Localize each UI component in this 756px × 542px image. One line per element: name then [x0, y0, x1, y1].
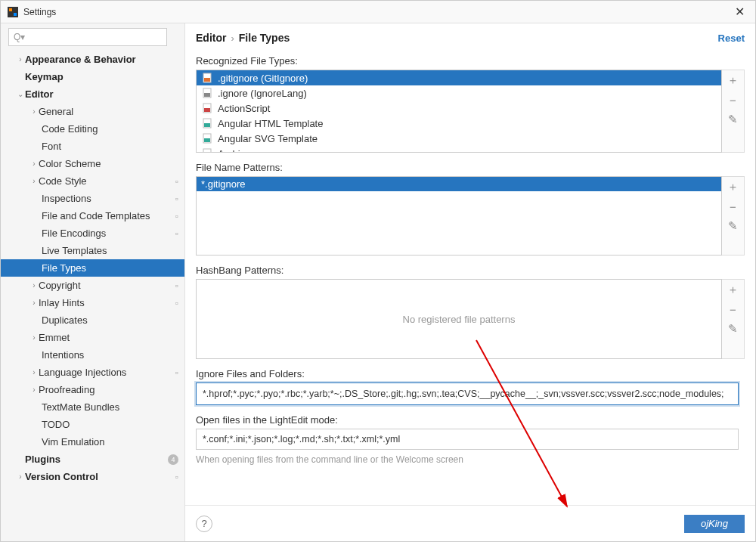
pattern-row[interactable]: *.gitignore — [197, 177, 721, 191]
tree-textmate[interactable]: TextMate Bundles — [1, 398, 184, 416]
tree-inlay-hints[interactable]: ›Inlay Hints▫ — [1, 294, 184, 311]
tree-inspections[interactable]: Inspections▫ — [1, 190, 184, 207]
filetype-row[interactable]: ActionScript — [197, 101, 721, 116]
filetype-row[interactable]: Angular HTML Template — [197, 116, 721, 131]
sidebar: Q▾ ›Appearance & Behavior Keymap ⌄Editor… — [1, 23, 185, 541]
tree-live-templates[interactable]: Live Templates — [1, 242, 184, 259]
recognized-label: Recognized File Types: — [196, 55, 745, 67]
help-button[interactable]: ? — [196, 516, 212, 532]
svg-rect-13 — [203, 149, 211, 153]
scope-icon: ▫ — [175, 280, 178, 291]
patterns-label: File Name Patterns: — [196, 162, 745, 173]
remove-filetype-button[interactable]: − — [724, 90, 742, 110]
tree-code-editing[interactable]: Code Editing — [1, 120, 184, 138]
edit-filetype-button[interactable]: ✎ — [724, 110, 742, 129]
tree-editor[interactable]: ⌄Editor — [1, 85, 184, 103]
scope-icon: ▫ — [175, 211, 178, 221]
edit-hashbang-button[interactable]: ✎ — [724, 319, 742, 339]
search-icon: Q▾ — [14, 32, 25, 42]
plugins-count-badge: 4 — [168, 454, 178, 465]
scope-icon: ▫ — [175, 472, 178, 482]
tree-general[interactable]: ›General — [1, 103, 184, 120]
lightedit-hint: When opening files from the command line… — [196, 454, 745, 465]
scope-icon: ▫ — [175, 194, 178, 204]
add-filetype-button[interactable]: ＋ — [724, 70, 742, 90]
tree-plugins[interactable]: Plugins4 — [1, 451, 184, 468]
filetype-icon — [201, 87, 213, 99]
breadcrumb-editor[interactable]: Editor — [196, 32, 226, 44]
remove-hashbang-button[interactable]: − — [724, 299, 742, 319]
settings-tree[interactable]: ›Appearance & Behavior Keymap ⌄Editor ›G… — [1, 49, 184, 541]
remove-pattern-button[interactable]: − — [724, 197, 742, 216]
scope-icon: ▫ — [175, 228, 178, 239]
filetype-row[interactable]: Archive — [197, 146, 721, 153]
scope-icon: ▫ — [175, 176, 178, 187]
filetype-label: Angular HTML Template — [218, 118, 323, 129]
svg-rect-8 — [204, 108, 210, 112]
filetype-icon — [201, 102, 213, 114]
scope-icon: ▫ — [175, 367, 178, 378]
tree-intentions[interactable]: Intentions — [1, 346, 184, 364]
search-input[interactable]: Q▾ — [8, 28, 167, 46]
filetype-icon — [201, 72, 213, 84]
hashbang-label: HashBang Patterns: — [196, 265, 745, 276]
add-pattern-button[interactable]: ＋ — [724, 177, 742, 197]
ignore-label: Ignore Files and Folders: — [196, 368, 745, 379]
window-title: Settings — [23, 7, 56, 17]
ignore-input[interactable] — [196, 382, 739, 405]
reset-button[interactable]: Reset — [718, 33, 745, 44]
svg-rect-2 — [14, 13, 17, 16]
filetype-row[interactable]: .gitignore (GitIgnore) — [197, 70, 721, 85]
svg-rect-6 — [204, 93, 210, 97]
svg-rect-4 — [204, 78, 210, 82]
tree-todo[interactable]: TODO — [1, 416, 184, 433]
svg-rect-1 — [9, 8, 12, 11]
filetype-label: Angular SVG Template — [218, 133, 318, 144]
tree-language-injections[interactable]: ›Language Injections▫ — [1, 364, 184, 381]
tree-font[interactable]: Font — [1, 138, 184, 155]
tree-proofreading[interactable]: ›Proofreading — [1, 381, 184, 398]
breadcrumb-file-types: File Types — [239, 32, 290, 44]
hashbang-list[interactable]: No registered file patterns — [196, 279, 722, 359]
filetype-icon — [201, 117, 213, 129]
svg-rect-12 — [204, 138, 210, 142]
lightedit-input[interactable] — [196, 429, 739, 450]
filetype-label: .ignore (IgnoreLang) — [218, 88, 307, 99]
filetype-label: .gitignore (GitIgnore) — [218, 73, 308, 84]
titlebar: Settings ✕ — [1, 1, 755, 23]
filetype-icon — [201, 132, 213, 144]
tree-code-style[interactable]: ›Code Style▫ — [1, 172, 184, 190]
filetypes-list[interactable]: .gitignore (GitIgnore).ignore (IgnoreLan… — [196, 70, 722, 153]
tree-version-control[interactable]: ›Version Control▫ — [1, 468, 184, 485]
tree-emmet[interactable]: ›Emmet — [1, 329, 184, 346]
patterns-list[interactable]: *.gitignore — [196, 176, 722, 256]
filetype-label: ActionScript — [218, 103, 270, 114]
tree-keymap[interactable]: Keymap — [1, 68, 184, 85]
close-icon[interactable]: ✕ — [730, 5, 749, 19]
breadcrumb-bar: Editor › File Types Reset — [185, 23, 755, 52]
scope-icon: ▫ — [175, 298, 178, 308]
filetype-row[interactable]: Angular SVG Template — [197, 131, 721, 146]
tree-file-types[interactable]: File Types — [1, 259, 184, 277]
tree-file-code-templates[interactable]: File and Code Templates▫ — [1, 207, 184, 225]
filetype-row[interactable]: .ignore (IgnoreLang) — [197, 85, 721, 101]
add-hashbang-button[interactable]: ＋ — [724, 280, 742, 299]
tree-appearance[interactable]: ›Appearance & Behavior — [1, 51, 184, 68]
app-icon — [7, 6, 19, 18]
tree-file-encodings[interactable]: File Encodings▫ — [1, 225, 184, 242]
ok-button[interactable]: ojKing — [684, 515, 745, 533]
svg-rect-10 — [204, 123, 210, 127]
filetype-label: Archive — [218, 148, 250, 153]
tree-copyright[interactable]: ›Copyright▫ — [1, 277, 184, 294]
edit-pattern-button[interactable]: ✎ — [724, 216, 742, 236]
tree-color-scheme[interactable]: ›Color Scheme — [1, 155, 184, 172]
chevron-right-icon: › — [231, 33, 234, 44]
filetype-icon — [201, 147, 213, 153]
tree-vim[interactable]: Vim Emulation — [1, 433, 184, 451]
tree-duplicates[interactable]: Duplicates — [1, 311, 184, 329]
lightedit-label: Open files in the LightEdit mode: — [196, 414, 745, 426]
